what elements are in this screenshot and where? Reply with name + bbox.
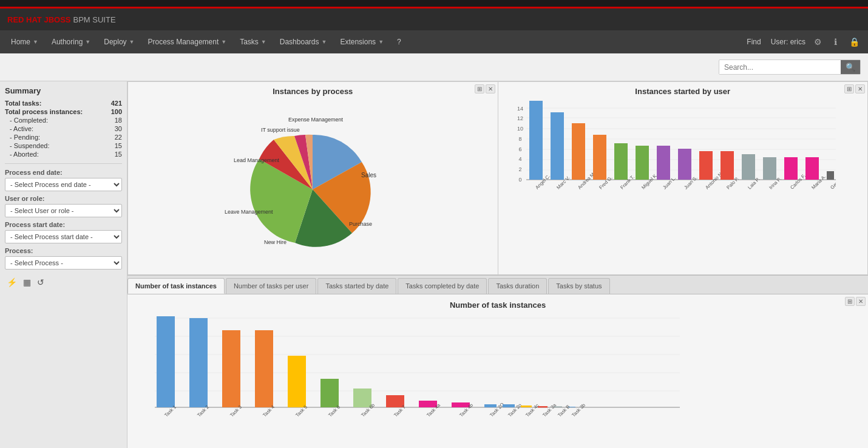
svg-rect-71 — [554, 407, 562, 408]
nav-gear-icon[interactable]: ⚙ — [810, 35, 826, 49]
nav-dashboards[interactable]: Dashboards ▼ — [274, 34, 333, 50]
bar-juans — [678, 149, 691, 180]
summary-completed: - Completed: 18 — [5, 116, 122, 124]
svg-text:Task 2O: Task 2O — [489, 402, 505, 418]
svg-rect-45 — [189, 318, 208, 407]
sidebar-actions: ⚡ ▦ ↺ — [5, 276, 122, 289]
brand-name: RED HAT JBOSS — [7, 15, 71, 24]
tab-tasks-duration[interactable]: Tasks duration — [488, 278, 547, 294]
pie-label-sales: Sales — [361, 172, 376, 178]
bar-angel — [529, 101, 543, 180]
svg-rect-67 — [521, 406, 532, 407]
svg-rect-73 — [568, 407, 575, 407]
pie-label-it: IT support issue — [261, 127, 300, 133]
bar-antonio — [699, 151, 713, 180]
svg-text:14: 14 — [517, 106, 523, 112]
sidebar-title: Summary — [5, 86, 122, 95]
main-layout: Summary Total tasks: 421 Total process i… — [0, 81, 868, 448]
nav-tasks[interactable]: Tasks ▼ — [234, 34, 273, 50]
top-bar — [0, 0, 868, 8]
bottom-expand-btn[interactable]: ⊞ — [845, 297, 855, 306]
nav-info-icon[interactable]: ℹ — [830, 35, 841, 49]
svg-rect-51 — [288, 356, 306, 407]
svg-text:Task 3b: Task 3b — [571, 402, 586, 418]
process-end-date-select[interactable]: - Select Process end date - — [5, 178, 122, 191]
bar-irina — [763, 157, 776, 180]
bar-palo — [721, 151, 734, 180]
bottom-close-btn[interactable]: ✕ — [856, 297, 866, 306]
pie-container: Sales Purchase New Hire Leave Management… — [133, 98, 493, 244]
svg-text:Task 3a: Task 3a — [541, 402, 557, 418]
task-instances-svg: 100 80 60 40 20 0 Task 1 — [152, 313, 686, 435]
pie-panel-controls: ⊞ ✕ — [475, 84, 495, 93]
bar-carlos — [784, 157, 798, 180]
nav-right: Find User: erics ⚙ ℹ 🔒 — [742, 35, 863, 49]
process-start-date-label: Process start date: — [5, 221, 122, 228]
bar-laia — [742, 154, 755, 180]
svg-rect-53 — [320, 379, 339, 407]
svg-text:Task 4c: Task 4c — [524, 402, 540, 418]
process-start-date-select[interactable]: - Select Process start date - — [5, 230, 122, 243]
pie-expand-btn[interactable]: ⊞ — [475, 84, 484, 93]
tab-tasks-completed[interactable]: Tasks completed by date — [398, 278, 487, 294]
bar-frank — [614, 143, 628, 180]
svg-rect-69 — [538, 406, 548, 408]
tab-task-instances[interactable]: Number of task instances — [127, 278, 225, 294]
bar-expand-btn[interactable]: ⊞ — [844, 84, 854, 93]
nav-user[interactable]: User: erics — [771, 38, 805, 46]
nav-authoring[interactable]: Authoring ▼ — [46, 34, 97, 50]
svg-text:2: 2 — [518, 166, 521, 172]
nav-home[interactable]: Home ▼ — [5, 34, 44, 50]
bar-juanl — [657, 146, 670, 180]
bar-marc — [551, 112, 564, 180]
nav-process-management[interactable]: Process Management ▼ — [142, 34, 233, 50]
bar-close-btn[interactable]: ✕ — [855, 84, 865, 93]
bar-chart-title: Instances started by user — [503, 87, 863, 96]
tabs-area: Number of task instances Number of tasks… — [127, 276, 868, 448]
summary-total-processes: Total process instances: 100 — [5, 107, 122, 116]
refresh-icon[interactable]: ↺ — [35, 276, 46, 289]
process-end-date-label: Process end date: — [5, 169, 122, 176]
grid-icon[interactable]: ▦ — [21, 276, 33, 289]
filter-icon[interactable]: ⚡ — [5, 276, 19, 289]
nav-deploy[interactable]: Deploy ▼ — [98, 34, 140, 50]
sidebar: Summary Total tasks: 421 Total process i… — [0, 81, 127, 448]
svg-rect-55 — [353, 389, 371, 407]
pie-close-btn[interactable]: ✕ — [486, 84, 495, 93]
search-input[interactable] — [719, 61, 841, 74]
pie-svg: Sales Purchase New Hire Leave Management… — [215, 98, 410, 244]
bar-gemma — [827, 171, 834, 180]
bar-panel-controls: ⊞ ✕ — [844, 84, 865, 93]
nav-lock-icon[interactable]: 🔒 — [846, 35, 863, 49]
svg-rect-63 — [484, 404, 497, 407]
svg-rect-43 — [157, 316, 175, 407]
svg-text:6: 6 — [518, 146, 521, 152]
tab-content: ⊞ ✕ Number of task instances 100 80 60 4… — [127, 294, 868, 448]
svg-text:12: 12 — [517, 115, 523, 121]
tab-tasks-per-user[interactable]: Number of tasks per user — [226, 278, 317, 294]
pie-label-expense: Expense Management — [288, 117, 344, 123]
tab-tasks-status[interactable]: Tasks by status — [548, 278, 609, 294]
svg-text:4: 4 — [518, 156, 521, 162]
svg-text:Task B: Task B — [557, 404, 571, 418]
task-instances-title: Number of task instances — [134, 300, 862, 310]
summary-total-tasks: Total tasks: 421 — [5, 99, 122, 107]
user-role-label: User or role: — [5, 195, 122, 202]
nav-extensions[interactable]: Extensions ▼ — [334, 34, 390, 50]
process-select[interactable]: - Select Process - — [5, 256, 122, 270]
tabs-bar: Number of task instances Number of tasks… — [127, 276, 868, 294]
bar-chart-area: 14 12 10 8 6 4 2 0 — [503, 98, 863, 245]
pie-chart-panel: ⊞ ✕ Instances by process — [127, 81, 498, 275]
svg-text:0: 0 — [518, 177, 521, 183]
pie-label-newhire: New Hire — [264, 239, 287, 245]
nav-help[interactable]: ? — [391, 34, 407, 50]
sidebar-divider — [5, 163, 122, 164]
svg-rect-49 — [255, 330, 273, 407]
nav-find-button[interactable]: Find — [742, 35, 765, 49]
bar-maria — [805, 157, 819, 180]
tab-tasks-started[interactable]: Tasks started by date — [317, 278, 396, 294]
search-button[interactable]: 🔍 — [841, 60, 860, 74]
summary-active: - Active: 30 — [5, 124, 122, 133]
user-role-select[interactable]: - Select User or role - — [5, 204, 122, 217]
content-area: ⊞ ✕ Instances by process — [127, 81, 868, 448]
